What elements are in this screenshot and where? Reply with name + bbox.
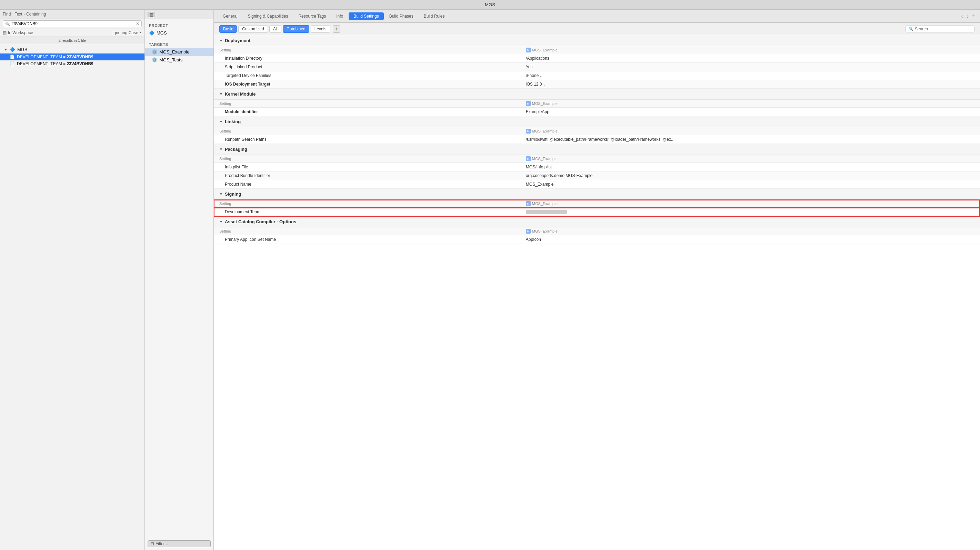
nav-item-mgs[interactable]: 🔷 MGS [145,29,213,37]
search-clear-button[interactable]: ✕ [136,21,139,26]
packaging-file-icon: M [526,156,531,161]
tree-item-label-0: DEVELOPMENT_TEAM = 23V4BVDNB9 [17,54,94,59]
row-installation-dir[interactable]: Installation Directory /Applications [214,54,980,63]
filter-button[interactable]: ⊟ Filter... [148,540,211,547]
breadcrumb-containing[interactable]: Containing [26,12,46,17]
filter-combined-button[interactable]: Combined [283,25,309,33]
find-breadcrumb: Find › Text › Containing [3,12,46,17]
section-deployment-header[interactable]: ▼ Deployment [214,35,980,46]
forward-arrow[interactable]: › [966,13,970,20]
packaging-title: Packaging [225,147,247,152]
bundle-id-value: org.cocoapods.demo.MGS-Example [520,172,980,180]
tab-build-settings[interactable]: Build Settings [348,13,383,20]
titlebar: MGS [0,0,980,10]
runpath-label: Runpath Search Paths [214,135,520,144]
mgs-nav-icon: 🔷 [149,30,154,35]
tree-item-0[interactable]: 📄 DEVELOPMENT_TEAM = 23V4BVDNB9 [0,54,145,61]
tab-signing-capabilities[interactable]: Signing & Capabilities [243,13,293,20]
tree-group-mgs[interactable]: ▼ 🔷 MGS [0,46,145,54]
row-bundle-id[interactable]: Product Bundle Identifier org.cocoapods.… [214,172,980,180]
kernel-title: Kernel Module [225,91,256,97]
scope-icon: ▤ [3,30,6,35]
nav-arrows: ‹ › ⚠ [960,13,976,20]
row-product-name[interactable]: Product Name MGS_Example [214,180,980,189]
section-signing-header[interactable]: ▼ Signing [214,189,980,200]
ignoring-case-button[interactable]: Ignoring Case ‣ [112,30,142,35]
tab-general[interactable]: General [218,13,242,20]
asset-catalog-chevron: ▼ [219,220,223,223]
installation-dir-value: /Applications [520,54,980,63]
signing-file-icon: M [526,201,531,206]
filter-basic-button[interactable]: Basic [219,25,237,33]
strip-linked-label: Strip Linked Product [214,63,520,72]
filter-all-button[interactable]: All [269,25,282,33]
dev-team-blurred [526,210,567,214]
app-icon-value: AppIcon [520,235,980,244]
col-mgs-example-label: MGS_Example [532,48,558,52]
linking-col-target: M MGS_Example [520,128,980,135]
target-mgs-example[interactable]: ⚙️ MGS_Example [145,48,213,56]
section-kernel-header[interactable]: ▼ Kernel Module [214,89,980,100]
asset-catalog-header-row: Setting M MGS_Example [214,227,980,235]
build-toolbar: Basic Customized All Combined Levels + 🔍 [214,23,980,35]
kernel-file-icon: M [526,101,531,106]
signing-chevron: ▼ [219,192,223,196]
kernel-col-setting: Setting [214,100,520,108]
tab-build-rules[interactable]: Build Rules [419,13,450,20]
add-setting-button[interactable]: + [333,25,340,33]
filter-levels-button[interactable]: Levels [311,25,330,33]
in-workspace-button[interactable]: ▤ In Workspace [3,30,33,35]
breadcrumb-find[interactable]: Find [3,12,11,17]
tab-resource-tags[interactable]: Resource Tags [293,13,331,20]
app-icon-label: Primary App Icon Set Name [214,235,520,244]
installation-dir-label: Installation Directory [214,54,520,63]
row-module-identifier[interactable]: Module Identifier ExampleApp [214,108,980,116]
ios-deployment-value: iOS 12.0 ⌄ [520,80,980,89]
breadcrumb-text[interactable]: Text [15,12,22,17]
row-infoplist[interactable]: Info.plist File MGS/Info.plist [214,163,980,172]
section-packaging-header[interactable]: ▼ Packaging [214,144,980,155]
project-section-label: PROJECT [145,22,213,29]
build-search-input[interactable] [915,27,971,31]
linking-header-row: Setting M MGS_Example [214,128,980,135]
warning-icon: ⚠ [971,13,976,20]
targeted-device-label: Targeted Device Families [214,72,520,80]
row-strip-linked[interactable]: Strip Linked Product Yes ⌄ [214,63,980,72]
row-dev-team[interactable]: Development Team [214,208,980,216]
row-ios-deployment[interactable]: iOS Deployment Target iOS 12.0 ⌄ [214,80,980,89]
tree-group-label: MGS [17,47,28,52]
dev-team-value [520,208,980,216]
section-asset-catalog-header[interactable]: ▼ Asset Catalog Compiler - Options [214,216,980,227]
asset-file-icon: M [526,229,531,234]
product-name-value: MGS_Example [520,180,980,189]
row-runpath[interactable]: Runpath Search Paths /usr/lib/swift '@ex… [214,135,980,144]
section-linking-header[interactable]: ▼ Linking [214,116,980,128]
dev-team-label: Development Team [214,208,520,216]
tab-build-phases[interactable]: Build Phases [385,13,418,20]
col-setting-label: Setting [214,46,520,54]
asset-catalog-table: Setting M MGS_Example Primary App Icon S… [214,227,980,244]
file-tree: ▼ 🔷 MGS 📄 DEVELOPMENT_TEAM = 23V4BVDNB9 … [0,44,145,550]
targeted-device-value: iPhone ⌄ [520,72,980,80]
packaging-mgs-label: MGS_Example [532,157,558,161]
linking-mgs-label: MGS_Example [532,129,558,133]
target-mgs-tests[interactable]: ⚙️ MGS_Tests [145,56,213,64]
ios-stepper[interactable]: ⌄ [543,83,546,86]
signing-table: Setting M MGS_Example Development Team [214,200,980,216]
row-targeted-device[interactable]: Targeted Device Families iPhone ⌄ [214,72,980,80]
tree-item-1[interactable]: 📄 DEVELOPMENT_TEAM = 23V4BVDNB9 [0,61,145,67]
back-arrow[interactable]: ‹ [960,13,964,20]
filter-customized-button[interactable]: Customized [238,25,267,33]
scope-bar: ▤ In Workspace Ignoring Case ‣ [0,29,145,37]
tab-info[interactable]: Info [331,13,348,20]
signing-mgs-label: MGS_Example [532,201,558,206]
navigator-toolbar: ▤ [145,10,213,19]
find-search-input[interactable] [11,21,136,26]
row-app-icon[interactable]: Primary App Icon Set Name AppIcon [214,235,980,244]
search-bar: 🔍 ✕ [0,19,145,29]
strip-stepper[interactable]: ⌄ [533,65,536,69]
navigator-toggle-button[interactable]: ▤ [148,12,155,17]
device-stepper[interactable]: ⌄ [539,74,542,78]
scope-label: In Workspace [8,30,33,35]
search-icon: 🔍 [5,22,10,26]
